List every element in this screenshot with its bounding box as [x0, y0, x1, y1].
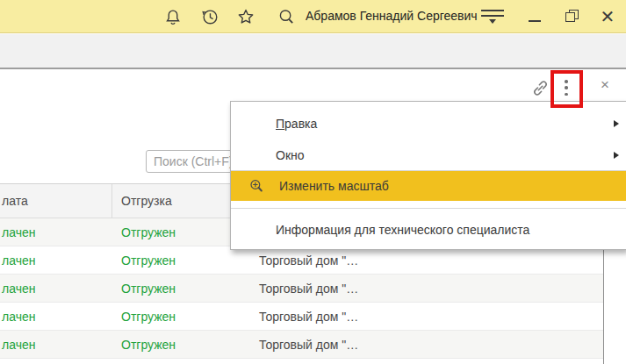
payment-status-cell: лачен	[0, 275, 112, 302]
menu-separator	[231, 208, 626, 209]
current-user-name[interactable]: Абрамов Геннадий Сергеевич	[306, 9, 478, 23]
history-icon[interactable]	[200, 7, 219, 26]
payment-status-cell: лачен	[0, 331, 112, 358]
submenu-arrow-icon	[614, 152, 619, 159]
window-minimize-icon[interactable]	[529, 20, 541, 22]
menu-item-change-scale[interactable]: Изменить масштаб	[231, 171, 626, 201]
menu-item-label: Информация для технического специалиста	[276, 223, 529, 237]
client-cell: Торговый дом "…	[252, 331, 603, 358]
menu-item-label: Окно	[276, 148, 305, 162]
search-icon[interactable]	[277, 7, 296, 26]
link-icon[interactable]	[531, 79, 550, 97]
menu-item-label: Правка	[276, 117, 317, 131]
column-header-payment[interactable]: лата	[0, 184, 112, 218]
client-cell: Торговый дом "…	[252, 246, 603, 274]
submenu-arrow-icon	[614, 120, 619, 127]
titlebar: Абрамов Геннадий Сергеевич ✕	[0, 0, 626, 33]
menu-item-edit[interactable]: Правка	[231, 107, 626, 140]
table-row[interactable]: лачен Отгружен Торговый дом "…	[0, 246, 603, 275]
menu-item-label: Изменить масштаб	[279, 179, 389, 193]
menu-item-window[interactable]: Окно	[231, 140, 626, 170]
shipment-status-cell: Отгружен	[112, 303, 252, 330]
favorites-icon[interactable]	[236, 7, 255, 26]
toolbar-band	[0, 34, 626, 69]
client-cell: Торговый дом "…	[252, 275, 603, 302]
service-menu-icon[interactable]	[481, 10, 504, 24]
form-header: ×	[0, 70, 626, 102]
zoom-in-icon	[248, 178, 264, 194]
table-row[interactable]: лачен Отгружен Торговый дом "…	[0, 275, 603, 303]
app-window: Абрамов Геннадий Сергеевич ✕ × лата Отгр…	[0, 0, 626, 364]
more-actions-context-menu: Правка Окно Изменить масштаб Информация …	[230, 101, 626, 250]
shipment-status-cell: Отгружен	[112, 331, 252, 358]
form-close-icon[interactable]: ×	[596, 75, 614, 95]
window-close-icon[interactable]: ✕	[600, 8, 615, 25]
shipment-status-cell: Отгружен	[112, 246, 252, 274]
window-restore-icon[interactable]	[565, 10, 579, 24]
payment-status-cell: лачен	[0, 246, 112, 274]
payment-status-cell: лачен	[0, 218, 112, 246]
menu-item-tech-info[interactable]: Информация для технического специалиста	[231, 216, 626, 244]
payment-status-cell: лачен	[0, 303, 112, 330]
table-row[interactable]: лачен Отгружен Торговый дом "…	[0, 303, 603, 331]
more-actions-kebab-icon[interactable]	[560, 78, 572, 97]
shipment-status-cell: Отгружен	[112, 275, 252, 302]
table-row[interactable]: лачен Отгружен Торговый дом "…	[0, 331, 603, 359]
client-cell: Торговый дом "…	[252, 303, 603, 330]
notifications-icon[interactable]	[163, 7, 183, 26]
